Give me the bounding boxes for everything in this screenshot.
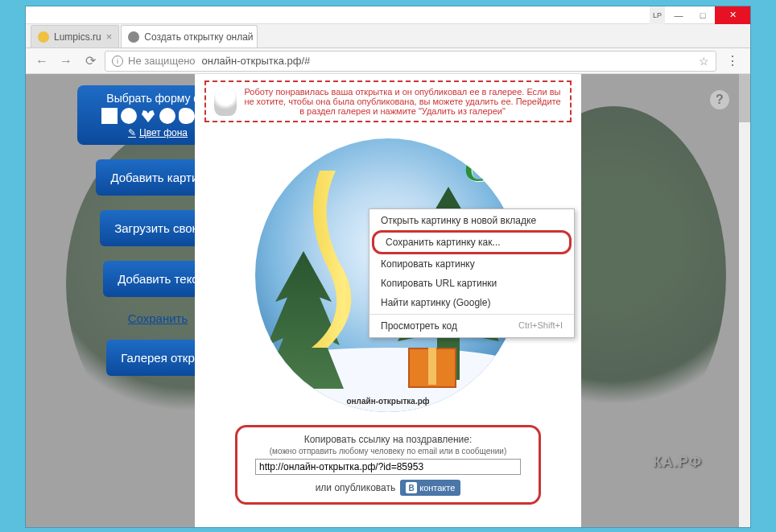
share-subtitle: (можно отправить любому человеку по emai… — [255, 447, 521, 456]
info-icon[interactable]: i — [112, 56, 123, 67]
postcard-text-s: С — [464, 151, 489, 189]
url-input[interactable]: i Не защищено онлайн-открытка.рф/# ☆ — [105, 51, 716, 72]
ctx-open-new-tab[interactable]: Открыть картинку в новой вкладке — [369, 211, 574, 230]
shape-square-icon[interactable] — [101, 108, 118, 124]
window-maximize-button[interactable]: □ — [691, 6, 715, 24]
address-bar: ← → ⟳ i Не защищено онлайн-открытка.рф/#… — [26, 48, 750, 74]
window-title-bar: LP — □ ✕ — [26, 6, 750, 24]
url-text: онлайн-открытка.рф/# — [202, 55, 311, 67]
shape-heart-icon[interactable] — [140, 108, 156, 124]
vk-icon: В — [406, 482, 417, 493]
share-title: Копировать ссылку на поздравление: — [255, 434, 521, 445]
browser-menu-button[interactable]: ⋮ — [721, 53, 744, 68]
shape-blob-icon[interactable] — [179, 108, 195, 124]
tab-strip: Lumpics.ru × Создать открытку онлай × — [26, 24, 750, 48]
gift-decor — [408, 348, 456, 388]
close-icon[interactable]: × — [106, 31, 113, 43]
viewport: КА.РФ ? Выбрать форму фо ✎ Цвет фона — [26, 74, 750, 527]
favicon-icon — [38, 31, 49, 43]
tab-lumpics[interactable]: Lumpics.ru × — [31, 25, 119, 47]
robot-notice: Роботу понравилась ваша открытка и он оп… — [204, 80, 572, 122]
window-close-button[interactable]: ✕ — [715, 6, 750, 24]
ctx-copy-image[interactable]: Копировать картинку — [369, 254, 574, 274]
ctx-search-google[interactable]: Найти картинку (Google) — [369, 293, 574, 312]
tab-title: Lumpics.ru — [54, 31, 101, 43]
vertical-scrollbar[interactable] — [739, 74, 750, 527]
back-button[interactable]: ← — [32, 52, 52, 71]
help-button[interactable]: ? — [710, 90, 729, 109]
shortcut-label: Ctrl+Shift+I — [518, 320, 563, 332]
tab-title: Создать открытку онлай — [144, 31, 253, 43]
ctx-save-image-as[interactable]: Сохранить картинку как... — [374, 233, 569, 252]
shape-thought-icon[interactable] — [159, 108, 175, 124]
lp-badge: LP — [650, 6, 665, 24]
share-url-input[interactable] — [255, 459, 521, 475]
context-menu: Открыть картинку в новой вкладке Сохрани… — [369, 208, 575, 338]
robot-icon — [214, 87, 237, 116]
context-menu-separator — [369, 314, 574, 315]
insecure-label: Не защищено — [128, 55, 196, 67]
browser-window: LP — □ ✕ Lumpics.ru × Создать открытку о… — [26, 6, 750, 527]
or-publish-label: или опубликовать — [316, 482, 396, 493]
favicon-icon — [128, 31, 139, 43]
or-publish-row: или опубликовать В контакте — [255, 480, 521, 496]
save-link[interactable]: Сохранить — [128, 311, 188, 325]
bookmark-star-icon[interactable]: ☆ — [699, 55, 709, 68]
robot-message: Роботу понравилась ваша открытка и он оп… — [243, 87, 562, 116]
share-panel: Копировать ссылку на поздравление: (можн… — [235, 425, 541, 505]
vk-share-button[interactable]: В контакте — [400, 480, 460, 496]
ctx-inspect[interactable]: Просмотреть код Ctrl+Shift+I — [369, 316, 574, 336]
scrollbar-thumb[interactable] — [739, 74, 750, 122]
gallery-button[interactable]: Галерея откр — [106, 340, 208, 376]
brush-icon: ✎ — [128, 127, 136, 138]
reload-button[interactable]: ⟳ — [80, 52, 100, 71]
shape-circle-icon[interactable] — [121, 108, 137, 124]
window-minimize-button[interactable]: — — [667, 6, 691, 24]
forward-button[interactable]: → — [56, 52, 76, 71]
postcard-watermark: онлайн-открытка.рф — [346, 397, 429, 406]
ctx-copy-image-url[interactable]: Копировать URL картинки — [369, 274, 574, 293]
tab-postcard[interactable]: Создать открытку онлай × — [121, 25, 258, 47]
